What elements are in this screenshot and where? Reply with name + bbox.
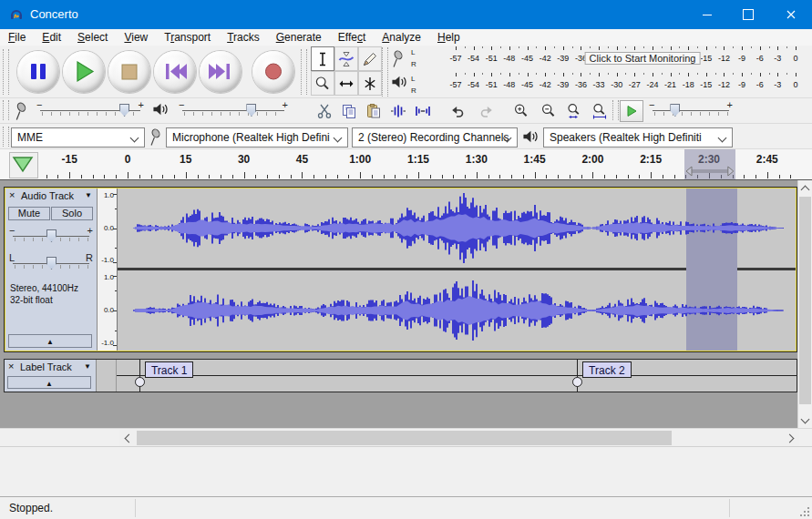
fit-project-button[interactable] <box>587 100 612 122</box>
menu-item-effect[interactable]: Effect <box>330 29 374 46</box>
monitoring-overlay[interactable]: Click to Start Monitoring <box>585 52 701 65</box>
menu-item-help[interactable]: Help <box>429 29 468 46</box>
playback-meter-scale[interactable]: -57-54-51-48-45-42-39-36-33-30-27-24-21-… <box>420 72 808 98</box>
label-marker-handle[interactable] <box>572 377 582 387</box>
vertical-scrollbar[interactable] <box>797 180 812 428</box>
tools-toolbar-grip[interactable] <box>382 47 388 97</box>
scroll-left-button[interactable] <box>119 430 135 446</box>
paste-button[interactable] <box>361 100 386 122</box>
transport-toolbar-grip-right[interactable] <box>301 49 307 95</box>
playback-meter[interactable]: LR -57-54-51-48-45-42-39-36-33-30-27-24-… <box>389 72 810 98</box>
transport-play-button[interactable] <box>63 51 105 93</box>
horizontal-scrollbar[interactable] <box>119 430 799 446</box>
scroll-down-button[interactable] <box>798 412 812 428</box>
selection-tool-button[interactable] <box>311 46 334 71</box>
recording-volume-slider[interactable]: −+ <box>36 101 144 119</box>
timeline-ruler[interactable]: -1501530451:001:151:301:452:002:152:302:… <box>0 149 812 180</box>
mute-button[interactable]: Mute <box>8 207 50 220</box>
zoom-tool-button[interactable] <box>311 71 334 96</box>
track-collapse-button[interactable]: ▲ <box>7 376 91 389</box>
silence-audio-button[interactable] <box>410 100 436 122</box>
copy-button[interactable] <box>336 100 362 122</box>
recording-channels-select[interactable]: 2 (Stereo) Recording Channels <box>352 127 518 148</box>
scroll-right-button[interactable] <box>784 430 799 446</box>
transport-pause-button[interactable] <box>17 51 59 93</box>
transport-skip-to-end-button[interactable] <box>200 51 242 93</box>
label-track-title[interactable]: Label Track <box>20 361 72 372</box>
timeline-tick <box>104 175 105 178</box>
label-marker-handle[interactable] <box>135 377 145 387</box>
recording-meter-scale[interactable]: -57-54-51-48-45-42-39-36-33-30-27-24-21-… <box>420 46 808 72</box>
timeline-tick <box>81 175 82 178</box>
label-track-panel[interactable]: × Label Track ▼ ▲ <box>5 360 97 392</box>
menu-item-file[interactable]: File <box>0 29 34 46</box>
timeline-scale[interactable]: -1501530451:001:151:301:452:002:152:302:… <box>36 149 798 179</box>
minimize-button[interactable] <box>686 0 727 29</box>
device-toolbar-grip[interactable] <box>3 127 9 147</box>
time-shift-tool-button[interactable] <box>334 71 358 96</box>
titlebar[interactable]: Concerto <box>0 0 812 29</box>
recording-device-select[interactable]: Microphone (Realtek High Defini <box>166 127 348 148</box>
audio-track-title[interactable]: Audio Track <box>21 190 74 201</box>
label-area[interactable]: Track 1Track 2 <box>117 360 797 392</box>
track-close-button[interactable]: × <box>8 361 14 371</box>
meter-tick <box>688 46 689 50</box>
scroll-up-button[interactable] <box>798 180 812 196</box>
recording-meter[interactable]: LR -57-54-51-48-45-42-39-36-33-30-27-24-… <box>389 46 810 72</box>
gain-slider[interactable]: −+ <box>9 227 93 245</box>
resize-grip[interactable] <box>807 514 809 516</box>
meter-minor-tick <box>679 73 680 75</box>
menu-item-transport[interactable]: Transport <box>156 29 219 46</box>
transport-toolbar-grip[interactable] <box>3 49 9 95</box>
menu-item-analyze[interactable]: Analyze <box>374 29 429 46</box>
transport-skip-to-start-button[interactable] <box>154 51 196 93</box>
transport-stop-button[interactable] <box>108 51 150 93</box>
waveform-display[interactable] <box>118 188 796 351</box>
paste-icon <box>365 103 382 119</box>
menu-item-select[interactable]: Select <box>69 29 116 46</box>
undo-button[interactable] <box>445 100 470 122</box>
play-speed-slider[interactable]: −+ <box>649 101 733 119</box>
track-collapse-button[interactable]: ▲ <box>8 334 92 348</box>
zoom-in-button[interactable] <box>509 100 534 122</box>
maximize-button[interactable] <box>727 0 769 29</box>
quickplay-pin[interactable] <box>9 152 38 178</box>
track-menu-caret-icon[interactable]: ▼ <box>85 191 92 199</box>
draw-tool-button[interactable] <box>358 46 382 71</box>
close-button[interactable] <box>769 0 812 29</box>
meter-minor-tick <box>519 73 519 75</box>
menu-item-generate[interactable]: Generate <box>268 29 330 46</box>
meter-tick <box>599 46 600 50</box>
play-at-speed-button[interactable] <box>620 100 643 122</box>
track-menu-caret-icon[interactable]: ▼ <box>84 362 91 371</box>
fit-selection-button[interactable] <box>561 100 587 122</box>
label-box[interactable]: Track 2 <box>582 361 632 378</box>
playback-volume-slider[interactable]: −+ <box>179 101 288 119</box>
label-box[interactable]: Track 1 <box>145 361 194 378</box>
cut-button[interactable] <box>312 100 337 122</box>
horizontal-scrollbar-thumb[interactable] <box>137 431 672 445</box>
timeline-selection[interactable] <box>684 149 735 179</box>
menu-item-tracks[interactable]: Tracks <box>219 29 268 46</box>
meter-scale-number: -12 <box>718 54 730 63</box>
menu-item-edit[interactable]: Edit <box>34 29 69 46</box>
redo-button[interactable] <box>474 100 499 122</box>
zoom-out-button[interactable] <box>536 100 561 122</box>
solo-button[interactable]: Solo <box>51 207 93 220</box>
track-close-button[interactable]: × <box>9 189 15 200</box>
pan-slider[interactable]: LR <box>9 254 93 272</box>
menu-item-view[interactable]: View <box>116 29 156 46</box>
playback-device-select[interactable]: Speakers (Realtek High Definiti <box>543 127 733 148</box>
mixer-toolbar-grip[interactable] <box>3 100 9 120</box>
audio-host-select[interactable]: MME <box>11 127 145 148</box>
envelope-tool-button[interactable] <box>334 46 358 71</box>
waveform-channel-left[interactable] <box>118 188 796 268</box>
trim-audio-button[interactable] <box>385 100 411 122</box>
vertical-scrollbar-thumb[interactable] <box>799 197 811 404</box>
edit-toolbar-grip[interactable] <box>612 100 619 120</box>
multi-tool-tool-button[interactable] <box>358 71 382 96</box>
waveform-channel-right[interactable] <box>118 270 796 351</box>
transport-record-button[interactable] <box>252 51 294 93</box>
meter-scale-number: -57 <box>449 54 461 63</box>
audio-track-panel[interactable]: × Audio Track ▼ Mute Solo Stereo, 44100H… <box>5 188 98 351</box>
